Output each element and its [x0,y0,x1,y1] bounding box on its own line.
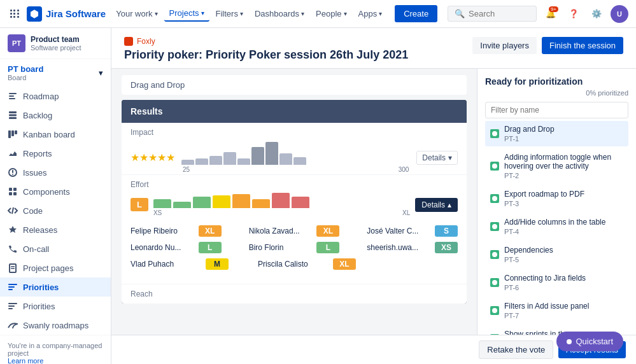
sidebar-item-swanly[interactable]: Swanly roadmaps [0,316,111,335]
prioritized-pct: 0% prioritized [485,89,628,97]
board-item[interactable]: PT board Board ▾ [0,59,111,87]
your-work-nav[interactable]: Your work ▾ [111,6,162,21]
sidebar-label-code: Code [23,206,43,216]
player-name: Felipe Ribeiro [131,227,194,235]
finish-session-button[interactable]: Finish the session [542,37,623,54]
vote-tag: XL [199,225,222,237]
project-name: Product team [31,35,103,44]
priority-item[interactable]: Adding information toggle when hovering … [485,149,628,183]
search-input[interactable] [469,9,530,18]
help-icon: ❓ [569,9,579,18]
page-title: Priority poker: Priority Poker session 2… [124,48,408,62]
sidebar-item-backlog[interactable]: Backlog [0,106,111,125]
results-title: Results [131,106,163,116]
filter-input[interactable] [485,102,628,118]
filters-nav[interactable]: Filters ▾ [211,6,248,21]
jira-logo: Jira Software [27,6,106,22]
poker-main: Drag and Drop Results Impact ★★★★★ [111,69,477,335]
priority-item[interactable]: Filters in Add issue panel PT-7 [485,298,628,323]
help-button[interactable]: ❓ [565,5,583,23]
main-layout: PT Product team Software project PT boar… [0,28,636,364]
results-header: Results [122,100,467,123]
ticket-icon [490,306,499,315]
priority-item[interactable]: Connecting to Jira fields PT-6 [485,270,628,295]
managed-text: You're in a company-managed project [8,342,103,357]
sidebar-item-code[interactable]: Code [0,201,111,220]
player-name: Priscila Calisto [258,260,328,269]
player-name: Biro Florin [249,243,312,252]
dashboards-nav[interactable]: Dashboards ▾ [250,6,309,21]
priority-item-text: Adding information toggle when hovering … [504,153,623,179]
sidebar-item-kanban[interactable]: Kanban board [0,125,111,144]
sidebar-bottom: You're in a company-managed project Lear… [0,335,111,364]
sidebar-item-oncall[interactable]: On-call [0,239,111,258]
chevron-down-icon: ▾ [240,10,243,17]
sidebar-item-project-pages[interactable]: Project pages [0,258,111,277]
svg-rect-10 [12,170,13,173]
player-name: Vlad Puhach [131,260,201,269]
priority-item[interactable]: Drag and Drop PT-1 [485,121,628,146]
vote-tag: M [206,258,229,270]
bar-label-300: 300 [399,166,409,173]
priority-item[interactable]: Dependencies PT-5 [485,242,628,267]
effort-tag: L [131,198,148,211]
priority-item[interactable]: Export roadmap to PDF PT-3 [485,186,628,211]
vote-tag: XS [435,242,458,253]
quickstart-icon [567,339,572,344]
sidebar-label-priorities2: Priorities [23,302,55,311]
app-switcher[interactable] [8,7,22,21]
retake-vote-button[interactable]: Retake the vote [479,340,553,359]
header-actions: Invite players Finish the session [472,37,623,54]
learn-more-link[interactable]: Learn more [8,357,43,364]
vote-tag: XL [316,225,339,237]
chevron-down-icon: ▾ [99,68,103,78]
impact-stars: ★★★★★ [131,151,175,164]
table-row: Vlad Puhach M Priscila Calisto XL [131,258,458,270]
oncall-icon [8,244,18,254]
issues-icon [8,167,18,178]
sidebar-label-releases: Releases [23,225,57,235]
foxly-label: Foxly [124,37,408,46]
logo-text: Jira Software [46,8,106,19]
project-type: Software project [31,44,103,52]
sidebar-item-reports[interactable]: Reports [0,144,111,163]
invite-players-button[interactable]: Invite players [472,37,537,54]
effort-xs-label: XS [153,209,162,216]
priority-item[interactable]: Add/Hide columns in the table PT-4 [485,214,628,239]
drag-drop-label: Drag and Drop [131,80,185,90]
create-button[interactable]: Create [395,5,437,22]
sidebar-item-priorities[interactable]: Priorities [0,277,111,297]
svg-rect-0 [9,93,17,94]
sidebar-item-roadmap[interactable]: Roadmap [0,87,111,106]
sidebar-item-priorities2[interactable]: Priorities [0,297,111,316]
sidebar-label-project-pages: Project pages [23,263,74,273]
sidebar-label-oncall: On-call [23,244,49,254]
sidebar-item-components[interactable]: Components [0,182,111,201]
effort-details-button[interactable]: Details ▴ [415,198,458,212]
roadmap-icon [8,91,18,101]
impact-details-button[interactable]: Details ▾ [416,151,458,165]
sidebar-item-releases[interactable]: Releases [0,220,111,239]
projects-nav[interactable]: Projects ▾ [164,6,209,22]
sidebar-label-swanly: Swanly roadmaps [23,321,88,330]
quickstart-button[interactable]: Quickstart [556,332,623,351]
apps-nav[interactable]: Apps ▾ [353,6,388,21]
ticket-icon [490,278,499,287]
sidebar-item-issues[interactable]: Issues [0,163,111,182]
impact-label: Impact [122,123,467,139]
search-box[interactable]: 🔍 [448,6,537,22]
settings-button[interactable]: ⚙️ [588,5,605,23]
user-avatar[interactable]: U [611,5,628,23]
gear-icon: ⚙️ [591,9,602,18]
ticket-icon [490,250,499,259]
svg-rect-1 [9,95,14,97]
search-icon: 🔍 [455,9,465,18]
svg-rect-13 [13,188,17,191]
chevron-down-icon: ▾ [301,10,304,17]
foxly-icon [124,37,133,46]
sidebar: PT Product team Software project PT boar… [0,28,111,364]
bar-label-25: 25 [183,166,190,173]
svg-rect-18 [11,266,15,267]
notifications-button[interactable]: 🔔 9+ [542,5,560,23]
people-nav[interactable]: People ▾ [311,6,351,21]
